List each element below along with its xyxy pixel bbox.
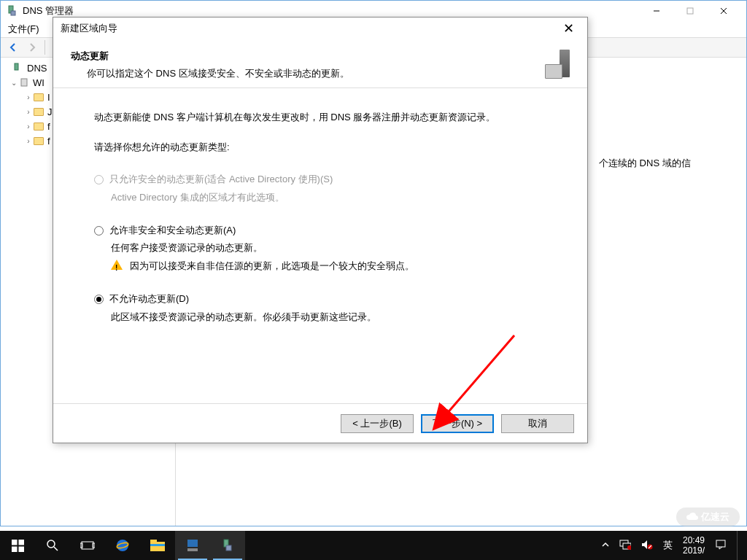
wizard-heading: 动态更新 xyxy=(71,50,543,63)
folder-icon xyxy=(33,135,44,147)
svg-rect-24 xyxy=(187,540,198,547)
explorer-icon[interactable] xyxy=(140,531,175,560)
opt1-desc: Active Directory 集成的区域才有此选项。 xyxy=(94,189,546,207)
back-icon[interactable] xyxy=(5,39,21,55)
expand-icon[interactable]: › xyxy=(24,93,33,101)
taskview-button[interactable] xyxy=(70,531,105,560)
svg-rect-7 xyxy=(15,63,18,70)
watermark: 亿速云 xyxy=(676,508,740,526)
svg-rect-16 xyxy=(82,542,93,549)
expand-icon[interactable]: › xyxy=(24,108,33,116)
svg-rect-13 xyxy=(18,546,24,552)
taskbar-clock[interactable]: 20:49 2019/ xyxy=(683,535,705,556)
cancel-button[interactable]: 取消 xyxy=(501,414,574,433)
tree-server[interactable]: WI xyxy=(33,77,44,88)
expand-icon[interactable]: › xyxy=(24,122,33,131)
wizard-titlebar[interactable]: 新建区域向导 ✕ xyxy=(53,18,587,39)
tree-item[interactable]: f xyxy=(47,136,50,147)
maximize-button[interactable] xyxy=(673,1,707,21)
collapse-icon[interactable]: ⌄ xyxy=(9,79,18,87)
system-tray[interactable]: 英 20:49 2019/ xyxy=(602,531,747,560)
radio-allow-nonsecure[interactable] xyxy=(94,226,104,236)
wizard-body: 动态更新能使 DNS 客户端计算机在每次发生更改时，用 DNS 服务器注册并动态… xyxy=(53,88,587,333)
opt2-warning: 因为可以接受来自非信任源的更新，此选项是一个较大的安全弱点。 xyxy=(130,257,414,276)
ie-icon[interactable] xyxy=(105,531,140,560)
wizard-title-text: 新建区域向导 xyxy=(61,22,557,35)
folder-icon xyxy=(33,106,44,117)
server-graphic-icon xyxy=(543,50,570,79)
minimize-button[interactable] xyxy=(640,1,673,21)
forward-icon[interactable] xyxy=(24,39,40,55)
show-desktop-button[interactable] xyxy=(737,531,741,560)
back-button[interactable]: < 上一步(B) xyxy=(341,414,414,433)
folder-icon xyxy=(33,91,44,103)
new-zone-wizard-dialog: 新建区域向导 ✕ 动态更新 你可以指定这个 DNS 区域接受安全、不安全或非动态… xyxy=(53,17,588,443)
tree-item[interactable]: f xyxy=(47,121,50,132)
svg-rect-11 xyxy=(18,540,24,545)
notification-icon[interactable] xyxy=(715,539,727,553)
opt3-label: 不允许动态更新(D) xyxy=(109,290,189,308)
search-button[interactable] xyxy=(35,531,70,560)
server-icon xyxy=(18,77,30,88)
svg-rect-3 xyxy=(687,8,693,14)
radio-secure-only xyxy=(94,175,104,184)
svg-rect-10 xyxy=(12,540,18,545)
tray-chevron-icon[interactable] xyxy=(602,540,609,551)
svg-rect-8 xyxy=(21,79,27,86)
tree-item[interactable]: I xyxy=(47,92,50,103)
svg-rect-25 xyxy=(187,548,198,551)
svg-rect-33 xyxy=(716,540,725,547)
watermark-text: 亿速云 xyxy=(701,510,729,524)
dns-root-icon xyxy=(12,62,24,74)
svg-rect-23 xyxy=(150,544,165,546)
next-button[interactable]: 下一步(N) > xyxy=(421,414,494,433)
ime-indicator[interactable]: 英 xyxy=(663,539,673,552)
opt3-desc: 此区域不接受资源记录的动态更新。你必须手动更新这些记录。 xyxy=(94,308,546,327)
warning-icon xyxy=(111,260,123,270)
wizard-header: 动态更新 你可以指定这个 DNS 区域接受安全、不安全或非动态的更新。 xyxy=(53,39,587,88)
expand-icon[interactable]: › xyxy=(24,137,33,145)
svg-point-14 xyxy=(47,540,55,548)
wizard-subheading: 你可以指定这个 DNS 区域接受安全、不安全或非动态的更新。 xyxy=(71,67,543,80)
wizard-prompt: 请选择你想允许的动态更新类型: xyxy=(94,139,546,157)
network-icon[interactable] xyxy=(619,540,631,552)
dns-manager-taskbar-icon[interactable] xyxy=(210,531,245,560)
svg-rect-1 xyxy=(11,11,15,15)
taskbar[interactable]: 英 20:49 2019/ xyxy=(0,531,747,560)
wizard-intro: 动态更新能使 DNS 客户端计算机在每次发生更改时，用 DNS 服务器注册并动态… xyxy=(94,109,546,127)
clock-time: 20:49 xyxy=(683,535,705,545)
svg-rect-12 xyxy=(12,546,18,552)
opt1-label: 只允许安全的动态更新(适合 Active Directory 使用)(S) xyxy=(109,171,333,189)
tree-item[interactable]: J xyxy=(47,106,53,117)
opt2-desc: 任何客户接受资源记录的动态更新。 xyxy=(94,239,546,257)
close-button[interactable] xyxy=(707,1,740,21)
svg-rect-22 xyxy=(150,540,157,543)
pane-hint: 个连续的 DNS 域的信 xyxy=(599,157,691,170)
volume-icon[interactable] xyxy=(641,540,653,552)
tree-root[interactable]: DNS xyxy=(27,63,47,74)
server-manager-icon[interactable] xyxy=(175,531,210,560)
radio-disallow-dynamic[interactable] xyxy=(94,295,104,304)
wizard-footer: < 上一步(B) 下一步(N) > 取消 xyxy=(53,403,587,443)
wizard-close-button[interactable]: ✕ xyxy=(557,18,580,39)
svg-rect-27 xyxy=(226,545,231,551)
clock-date: 2019/ xyxy=(683,545,705,556)
folder-icon xyxy=(33,120,44,132)
menu-file[interactable]: 文件(F) xyxy=(8,23,39,36)
mgr-title-text: DNS 管理器 xyxy=(23,4,640,18)
opt2-label: 允许非安全和安全动态更新(A) xyxy=(109,222,236,240)
svg-line-15 xyxy=(54,547,58,551)
start-button[interactable] xyxy=(0,531,35,560)
mgr-app-icon xyxy=(7,5,18,17)
